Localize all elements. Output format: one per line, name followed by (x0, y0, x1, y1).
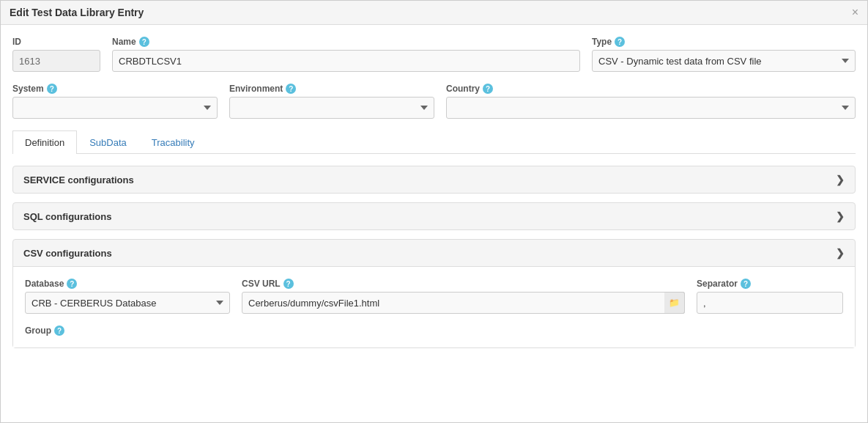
csv-configurations-header[interactable]: CSV configurations ❯ (13, 240, 855, 266)
csv-configurations-content: Database ? CRB - CERBERUS Database CSV U… (13, 266, 855, 347)
csv-chevron-icon: ❯ (836, 247, 845, 259)
id-group: ID (12, 37, 100, 72)
service-configurations-title: SERVICE configurations (23, 174, 134, 185)
environment-select[interactable] (229, 97, 434, 119)
separator-label: Separator ? (697, 279, 843, 289)
name-input[interactable] (112, 50, 580, 72)
group-row: Group ? (25, 325, 843, 336)
sql-configurations-panel: SQL configurations ❯ (12, 202, 856, 230)
csv-fields-row: Database ? CRB - CERBERUS Database CSV U… (25, 279, 843, 314)
csvurl-input-wrapper: 📁 (242, 292, 685, 314)
form-row-1: ID Name ? Type ? CSV - Dynamic test data… (12, 37, 856, 72)
id-input (12, 50, 100, 72)
group-label: Group ? (25, 325, 64, 336)
service-chevron-icon: ❯ (836, 174, 845, 185)
modal-title: Edit Test Data Library Entry (10, 7, 144, 18)
csvurl-group: CSV URL ? 📁 (242, 279, 685, 314)
system-label: System ? (12, 84, 218, 94)
csvurl-browse-button[interactable]: 📁 (664, 292, 685, 314)
csvurl-info-icon: ? (283, 279, 294, 289)
csvurl-input[interactable] (242, 292, 685, 314)
country-info-icon: ? (483, 84, 493, 94)
country-select[interactable] (446, 97, 856, 119)
name-group: Name ? (112, 37, 580, 72)
modal-body: ID Name ? Type ? CSV - Dynamic test data… (1, 25, 867, 369)
service-configurations-header[interactable]: SERVICE configurations ❯ (13, 166, 855, 193)
form-row-2: System ? Environment ? Country (12, 84, 856, 119)
separator-group: Separator ? (697, 279, 843, 314)
type-label: Type ? (592, 37, 856, 47)
separator-input[interactable] (697, 292, 843, 314)
database-label: Database ? (25, 279, 230, 289)
csv-configurations-panel: CSV configurations ❯ Database ? CRB - CE… (12, 239, 856, 348)
sql-configurations-title: SQL configurations (23, 211, 111, 222)
sql-configurations-header[interactable]: SQL configurations ❯ (13, 203, 855, 229)
country-label: Country ? (446, 84, 856, 94)
database-info-icon: ? (67, 279, 77, 289)
service-configurations-panel: SERVICE configurations ❯ (12, 166, 856, 194)
separator-info-icon: ? (741, 279, 751, 289)
tabs: Definition SubData Tracability (12, 130, 856, 154)
type-info-icon: ? (615, 37, 625, 47)
database-group: Database ? CRB - CERBERUS Database (25, 279, 230, 314)
system-group: System ? (12, 84, 218, 119)
tab-tracability[interactable]: Tracability (139, 130, 207, 154)
country-group: Country ? (446, 84, 856, 119)
database-select[interactable]: CRB - CERBERUS Database (25, 292, 230, 314)
system-select[interactable] (12, 97, 218, 119)
close-button[interactable]: × (852, 7, 858, 18)
modal: Edit Test Data Library Entry × ID Name ?… (0, 0, 868, 423)
name-info-icon: ? (139, 37, 149, 47)
type-group: Type ? CSV - Dynamic test data from CSV … (592, 37, 856, 72)
environment-label: Environment ? (229, 84, 434, 94)
csvurl-label: CSV URL ? (242, 279, 685, 289)
id-label: ID (12, 37, 100, 47)
modal-header: Edit Test Data Library Entry × (1, 1, 867, 25)
tab-subdata[interactable]: SubData (77, 130, 139, 154)
sql-chevron-icon: ❯ (836, 210, 845, 222)
folder-icon: 📁 (669, 298, 680, 308)
environment-info-icon: ? (286, 84, 296, 94)
name-label: Name ? (112, 37, 580, 47)
group-info-icon: ? (54, 325, 64, 336)
tab-definition[interactable]: Definition (12, 130, 77, 154)
environment-group: Environment ? (229, 84, 434, 119)
system-info-icon: ? (47, 84, 57, 94)
type-select[interactable]: CSV - Dynamic test data from CSV file (592, 50, 856, 72)
csv-configurations-title: CSV configurations (23, 248, 112, 259)
group-group: Group ? (25, 325, 64, 336)
